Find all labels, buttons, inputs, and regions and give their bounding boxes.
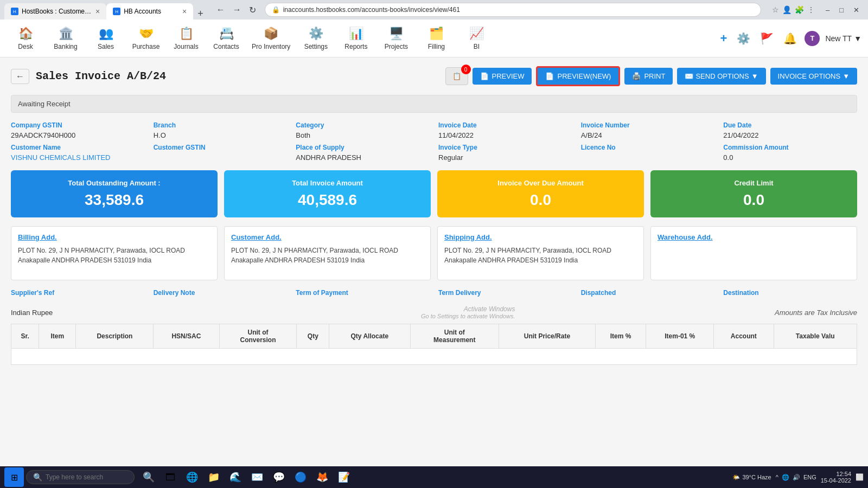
back-button[interactable]: ← bbox=[11, 69, 29, 84]
status-text: Awaiting Receipt bbox=[18, 100, 71, 108]
taskbar-mail-button[interactable]: ✉️ bbox=[247, 467, 267, 487]
place-of-supply-value: ANDHRA PRADESH bbox=[296, 153, 430, 162]
add-button[interactable]: + bbox=[718, 29, 730, 48]
more-options-icon[interactable]: ⋮ bbox=[807, 5, 815, 14]
nav-item-desk[interactable]: 🏠 Desk bbox=[7, 23, 44, 54]
profile-icon[interactable]: 👤 bbox=[782, 5, 792, 14]
minimize-button[interactable]: – bbox=[821, 5, 834, 15]
invoice-number-field: Invoice Number A/B/24 bbox=[581, 121, 715, 139]
nav-item-bi[interactable]: 📈 BI bbox=[457, 23, 495, 54]
address-bar-container: 🔒 inaccounts.hostbooks.com/accounts-book… bbox=[265, 3, 761, 17]
nav-label-banking: Banking bbox=[54, 43, 77, 50]
term-of-payment-label: Term of Payment bbox=[296, 289, 430, 297]
taskbar-search-box[interactable]: 🔍 bbox=[26, 470, 135, 484]
taskbar-edge2-button[interactable]: 🌊 bbox=[226, 467, 245, 487]
licence-no-field: Licence No bbox=[581, 144, 715, 162]
category-value: Both bbox=[296, 131, 430, 139]
settings-gear-button[interactable]: ⚙️ bbox=[735, 30, 752, 47]
preview-button[interactable]: 📄 PREVIEW bbox=[473, 68, 532, 85]
dispatched-field: Dispatched bbox=[581, 289, 715, 297]
flag-button[interactable]: 🚩 bbox=[758, 30, 776, 47]
invoice-date-label: Invoice Date bbox=[438, 121, 572, 129]
taskbar-browser2-button[interactable]: 🦊 bbox=[312, 467, 332, 487]
address-bar[interactable]: 🔒 inaccounts.hostbooks.com/accounts-book… bbox=[265, 3, 761, 17]
invoice-options-dropdown-icon: ▼ bbox=[843, 72, 850, 80]
taskbar-search-icon: 🔍 bbox=[33, 473, 42, 481]
customer-gstin-field: Customer GSTIN bbox=[154, 144, 288, 162]
address-section: Billing Add. PLOT No. 29, J N PHARMACITY… bbox=[11, 226, 857, 280]
tab-close-2[interactable]: × bbox=[182, 7, 187, 16]
close-button[interactable]: ✕ bbox=[849, 5, 864, 15]
send-icon: ✉️ bbox=[685, 72, 693, 80]
reload-button[interactable]: ↻ bbox=[247, 4, 258, 16]
tab-close-1[interactable]: × bbox=[95, 7, 100, 16]
language-label: ENG bbox=[803, 474, 816, 480]
taskbar-search-input[interactable] bbox=[46, 473, 122, 481]
overdue-value: 0.0 bbox=[446, 191, 635, 209]
nav-item-banking[interactable]: 🏛️ Banking bbox=[47, 23, 85, 54]
customer-address-title[interactable]: Customer Add. bbox=[231, 233, 424, 241]
print-label: PRINT bbox=[644, 72, 665, 80]
user-avatar[interactable]: T bbox=[805, 31, 820, 46]
new-tt-button[interactable]: New TT ▼ bbox=[825, 34, 861, 43]
shipping-address-text: PLOT No. 29, J N PHARMACITY, Parawada, I… bbox=[444, 246, 637, 265]
invoice-options-button[interactable]: INVOICE OPTIONS ▼ bbox=[770, 68, 857, 85]
nav-label-desk: Desk bbox=[18, 43, 33, 50]
bookmark-icon[interactable]: ☆ bbox=[772, 5, 779, 14]
taskbar-task-view-button[interactable]: 🗔 bbox=[161, 467, 180, 487]
forward-nav-button[interactable]: → bbox=[231, 4, 244, 16]
notification-button[interactable]: 📋 0 bbox=[445, 67, 468, 85]
pro-inventory-icon: 📦 bbox=[264, 27, 278, 41]
browser-tab-2[interactable]: H HB Accounts × bbox=[106, 3, 193, 20]
taskbar-explorer-button[interactable]: 📁 bbox=[204, 467, 224, 487]
nav-label-journals: Journals bbox=[174, 43, 198, 50]
warehouse-address-title[interactable]: Warehouse Add. bbox=[658, 233, 850, 241]
nav-item-purchase[interactable]: 🤝 Purchase bbox=[127, 23, 165, 54]
preview-new-button[interactable]: 📄 PREVIEW(NEW) bbox=[536, 66, 620, 86]
suppliers-ref-label: Supplier's Ref bbox=[11, 289, 145, 297]
back-nav-button[interactable]: ← bbox=[214, 4, 227, 16]
total-outstanding-value: 33,589.6 bbox=[20, 191, 209, 209]
taskbar-edge-button[interactable]: 🌐 bbox=[182, 467, 202, 487]
nav-item-sales[interactable]: 👥 Sales bbox=[87, 23, 125, 54]
taskbar-teams-button[interactable]: 💬 bbox=[269, 467, 289, 487]
send-options-button[interactable]: ✉️ SEND OPTIONS ▼ bbox=[677, 68, 765, 85]
invoice-detail-grid-2: Customer Name VISHNU CHEMICALS LIMITED C… bbox=[11, 144, 857, 162]
browser-tab-1[interactable]: H HostBooks : Customer Portal × bbox=[4, 3, 106, 20]
taskbar-word-button[interactable]: 📝 bbox=[334, 467, 354, 487]
invoice-date-field: Invoice Date 11/04/2022 bbox=[438, 121, 572, 139]
invoice-detail-grid-1: Company GSTIN 29AADCK7940H000 Branch H.O… bbox=[11, 121, 857, 139]
caret-icon[interactable]: ^ bbox=[776, 474, 778, 480]
taskbar-chrome-button[interactable]: 🔵 bbox=[291, 467, 310, 487]
nav-item-contacts[interactable]: 📇 Contacts bbox=[207, 23, 245, 54]
invoice-options-label: INVOICE OPTIONS bbox=[778, 72, 841, 80]
nav-item-reports[interactable]: 📊 Reports bbox=[337, 23, 375, 54]
nav-item-projects[interactable]: 🖥️ Projects bbox=[377, 23, 415, 54]
table-row bbox=[11, 349, 857, 365]
weather-text: 39°C Haze bbox=[742, 474, 771, 480]
speaker-icon: 🔊 bbox=[793, 474, 800, 481]
col-sr: Sr. bbox=[11, 324, 39, 349]
billing-address-title[interactable]: Billing Add. bbox=[18, 233, 210, 241]
notifications-button[interactable]: 🔔 bbox=[781, 30, 799, 47]
invoice-title: Sales Invoice A/B/24 bbox=[36, 70, 166, 82]
print-button[interactable]: 🖨️ PRINT bbox=[624, 68, 673, 85]
maximize-button[interactable]: □ bbox=[835, 5, 848, 15]
send-options-label: SEND OPTIONS bbox=[695, 72, 749, 80]
shipping-address-title[interactable]: Shipping Add. bbox=[444, 233, 637, 241]
taskbar-search-button[interactable]: 🔍 bbox=[139, 467, 158, 487]
nav-item-filling[interactable]: 🗂️ Filling bbox=[417, 23, 455, 54]
customer-gstin-label: Customer GSTIN bbox=[154, 144, 288, 151]
nav-item-settings[interactable]: ⚙️ Settings bbox=[297, 23, 335, 54]
start-button[interactable]: ⊞ bbox=[4, 467, 24, 487]
nav-item-journals[interactable]: 📋 Journals bbox=[167, 23, 205, 54]
show-desktop-button[interactable]: ⬜ bbox=[856, 473, 864, 481]
nav-item-pro-inventory[interactable]: 📦 Pro Inventory bbox=[247, 23, 295, 54]
new-tab-button[interactable]: + bbox=[193, 8, 208, 20]
sales-icon: 👥 bbox=[99, 27, 113, 41]
col-account: Account bbox=[714, 324, 774, 349]
invoice-date-value: 11/04/2022 bbox=[438, 131, 572, 139]
extensions-icon[interactable]: 🧩 bbox=[795, 5, 804, 14]
table-header-row: Sr. Item Description HSN/SAC Unit ofConv… bbox=[11, 324, 857, 349]
term-delivery-field: Term Delivery bbox=[438, 289, 572, 297]
